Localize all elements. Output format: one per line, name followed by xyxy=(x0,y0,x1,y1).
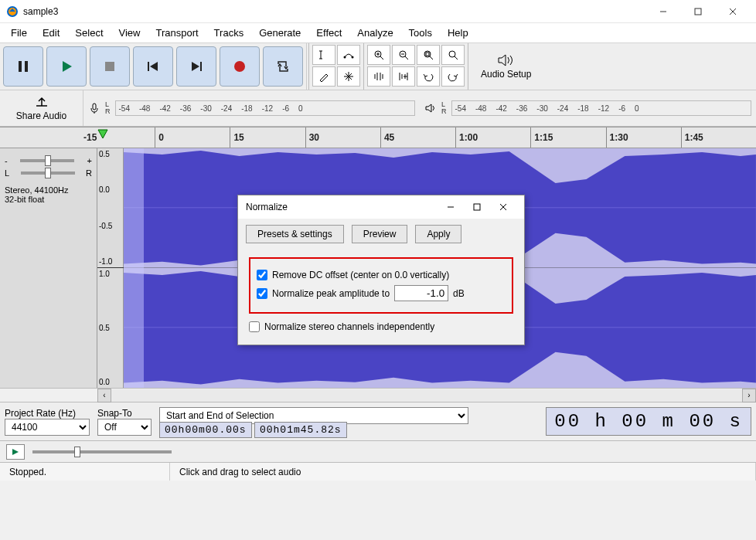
pan-slider[interactable] xyxy=(21,172,75,175)
redo-button[interactable] xyxy=(441,66,465,87)
horizontal-scrollbar[interactable]: ‹ › xyxy=(0,388,756,402)
fit-selection-button[interactable] xyxy=(417,45,440,65)
svg-marker-41 xyxy=(12,449,19,455)
svg-marker-11 xyxy=(192,62,199,71)
selection-toolbar: Project Rate (Hz) 44100 Snap-To Off Star… xyxy=(0,402,756,440)
play-button[interactable] xyxy=(46,46,87,87)
dialog-titlebar[interactable]: Normalize xyxy=(238,195,524,219)
recording-meter[interactable]: LR -54-48-42-36-30-24-18-12-60 xyxy=(83,90,420,126)
svg-marker-7 xyxy=(63,61,72,72)
svg-line-28 xyxy=(405,56,408,59)
snap-label: Snap-To xyxy=(97,408,132,419)
svg-line-34 xyxy=(455,56,458,59)
selection-region[interactable] xyxy=(124,148,144,388)
menu-file[interactable]: File xyxy=(3,24,35,42)
menu-help[interactable]: Help xyxy=(440,24,476,42)
apply-button[interactable]: Apply xyxy=(415,225,461,243)
close-button[interactable] xyxy=(715,0,750,23)
track-control-panel[interactable]: - + L R Stereo, 44100Hz 32-bit float xyxy=(0,148,97,388)
zoom-out-button[interactable] xyxy=(392,45,415,65)
project-rate-label: Project Rate (Hz) xyxy=(5,408,76,419)
skip-start-button[interactable] xyxy=(133,46,173,87)
lr-label: LR xyxy=(105,101,111,115)
selection-end[interactable]: 00h01m45.82s xyxy=(254,422,347,438)
window-title: sample3 xyxy=(23,6,645,17)
silence-button[interactable] xyxy=(392,66,415,87)
dialog-title: Normalize xyxy=(246,202,438,212)
share-icon xyxy=(34,95,49,107)
highlighted-options: Remove DC offset (center on 0.0 vertical… xyxy=(249,257,513,314)
audio-position[interactable]: 00 h 00 m 00 s xyxy=(546,407,751,436)
menu-generate[interactable]: Generate xyxy=(251,24,308,42)
draw-tool[interactable] xyxy=(312,66,335,87)
timeline-ruler[interactable]: -15 0 15 30 45 1:00 1:15 1:30 1:45 xyxy=(0,127,756,148)
peak-value-input[interactable] xyxy=(394,285,448,301)
gain-slider[interactable] xyxy=(20,159,74,162)
svg-marker-10 xyxy=(150,62,158,71)
stop-button[interactable] xyxy=(90,46,130,87)
menu-transport[interactable]: Transport xyxy=(148,24,206,42)
scroll-right-button[interactable]: › xyxy=(742,389,756,402)
menu-tools[interactable]: Tools xyxy=(401,24,440,42)
zoom-edit-grid xyxy=(366,43,466,90)
multi-tool[interactable] xyxy=(337,66,360,87)
menu-effect[interactable]: Effect xyxy=(308,24,349,42)
menu-analyze[interactable]: Analyze xyxy=(349,24,400,42)
playback-speed-slider[interactable] xyxy=(32,450,172,453)
dialog-minimize-button[interactable] xyxy=(438,195,464,219)
svg-rect-32 xyxy=(426,53,429,56)
audio-setup-button[interactable]: Audio Setup xyxy=(470,43,542,90)
svg-rect-9 xyxy=(148,62,149,71)
status-hint: Click and drag to select audio xyxy=(170,463,756,481)
share-label: Share Audio xyxy=(16,110,66,121)
loop-button[interactable] xyxy=(263,46,303,87)
selection-tool[interactable] xyxy=(312,45,335,65)
titlebar: sample3 xyxy=(0,0,756,23)
menu-select[interactable]: Select xyxy=(67,24,111,42)
pause-button[interactable] xyxy=(3,46,43,87)
svg-point-33 xyxy=(449,51,455,57)
svg-rect-43 xyxy=(474,204,480,210)
undo-button[interactable] xyxy=(417,66,440,87)
skip-end-button[interactable] xyxy=(176,46,216,87)
dialog-close-button[interactable] xyxy=(490,195,516,219)
speaker-small-icon xyxy=(424,102,437,114)
track-info2: 32-bit float xyxy=(5,195,92,204)
remove-dc-checkbox[interactable] xyxy=(257,270,267,280)
project-rate-select[interactable]: 44100 xyxy=(5,419,90,436)
maximize-button[interactable] xyxy=(680,0,715,23)
minimize-button[interactable] xyxy=(645,0,680,23)
statusbar: Stopped. Click and drag to select audio xyxy=(0,462,756,481)
normalize-dialog: Normalize Presets & settings Preview App… xyxy=(237,195,525,345)
trim-button[interactable] xyxy=(367,66,390,87)
playhead-icon[interactable] xyxy=(97,129,108,140)
share-audio-button[interactable]: Share Audio xyxy=(0,90,83,126)
snap-select[interactable]: Off xyxy=(97,419,152,436)
svg-rect-12 xyxy=(200,62,202,71)
transport-controls xyxy=(0,43,307,90)
lr-label: LR xyxy=(441,101,447,115)
zoom-in-button[interactable] xyxy=(367,45,390,65)
record-button[interactable] xyxy=(220,46,260,87)
presets-button[interactable]: Presets & settings xyxy=(246,225,344,243)
fit-project-button[interactable] xyxy=(441,45,465,65)
normalize-peak-label: Normalize peak amplitude to xyxy=(272,288,390,299)
envelope-tool[interactable] xyxy=(337,45,360,65)
svg-rect-5 xyxy=(19,61,22,72)
menu-tracks[interactable]: Tracks xyxy=(206,24,252,42)
normalize-peak-checkbox[interactable] xyxy=(257,288,267,299)
remove-dc-label: Remove DC offset (center on 0.0 vertical… xyxy=(272,270,449,280)
menu-edit[interactable]: Edit xyxy=(35,24,67,42)
play-at-speed-button[interactable] xyxy=(6,444,25,460)
scroll-left-button[interactable]: ‹ xyxy=(97,389,111,402)
stereo-indep-checkbox[interactable] xyxy=(249,321,260,332)
amplitude-ruler-right: 1.00.50.0 xyxy=(97,268,124,388)
tools-grid xyxy=(311,43,362,90)
selection-start[interactable]: 00h00m00.00s xyxy=(159,422,252,438)
menu-view[interactable]: View xyxy=(111,24,148,42)
playback-meter[interactable]: LR -54-48-42-36-30-24-18-12-60 xyxy=(420,90,756,126)
preview-button[interactable]: Preview xyxy=(352,225,408,243)
play-meter-scale: -54-48-42-36-30-24-18-12-60 xyxy=(451,100,752,116)
svg-point-13 xyxy=(234,61,245,72)
dialog-maximize-button[interactable] xyxy=(464,195,490,219)
